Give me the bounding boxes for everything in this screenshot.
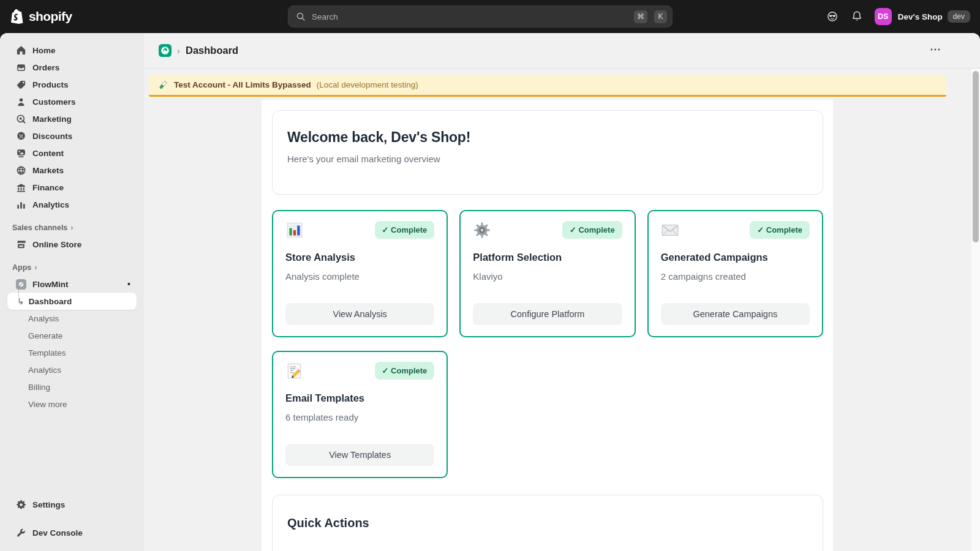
subnav-label: Templates xyxy=(28,348,66,358)
elbow-arrow-icon: ↳ xyxy=(17,296,24,306)
sidebar-item-products[interactable]: Products xyxy=(0,76,144,93)
sidebar-item-content[interactable]: Content xyxy=(0,144,144,162)
subnav-label: Analytics xyxy=(28,365,61,375)
banner-note: (Local development testing) xyxy=(317,80,418,89)
status-card-generated-campaigns: ✓ Complete Generated Campaigns 2 campaig… xyxy=(647,210,823,337)
configure-platform-button[interactable]: Configure Platform xyxy=(473,303,622,325)
scrollbar-track[interactable] xyxy=(971,69,980,551)
bar-chart-icon xyxy=(16,200,26,210)
sidebar-item-markets[interactable]: Markets xyxy=(0,162,144,179)
status-card-store-analysis: ✓ Complete Store Analysis Analysis compl… xyxy=(272,210,448,337)
shop-avatar: DS xyxy=(875,8,892,25)
ellipsis-icon xyxy=(930,44,941,55)
subnav-item-analysis[interactable]: Analysis xyxy=(7,310,137,327)
view-analysis-button[interactable]: View Analysis xyxy=(285,303,434,325)
admin-identity-button[interactable] xyxy=(822,7,843,26)
discount-badge-icon xyxy=(16,131,26,141)
generate-campaigns-button[interactable]: Generate Campaigns xyxy=(661,303,810,325)
image-icon xyxy=(16,148,26,159)
sales-channels-header[interactable]: Sales channels › xyxy=(0,223,144,232)
incognito-icon xyxy=(826,10,839,23)
status-card-email-templates: ✓ Complete Email Templates 6 templates r… xyxy=(272,351,448,478)
tag-icon xyxy=(16,80,26,90)
subnav-item-templates[interactable]: Templates xyxy=(7,344,137,361)
test-account-banner: Test Account - All Limits Bypassed (Loca… xyxy=(149,75,946,97)
sidebar-item-label: Customers xyxy=(32,97,76,107)
gear-icon xyxy=(16,500,26,510)
sidebar-item-label: Marketing xyxy=(32,114,72,124)
quick-actions-title: Quick Actions xyxy=(287,516,808,530)
subnav-label: Billing xyxy=(28,383,50,392)
memo-emoji-icon xyxy=(285,362,304,383)
chevron-right-icon: › xyxy=(34,263,37,272)
sidebar-item-settings[interactable]: Settings xyxy=(0,496,144,513)
status-cards-grid: ✓ Complete Store Analysis Analysis compl… xyxy=(272,210,823,478)
flowmint-app-icon xyxy=(16,279,26,290)
sidebar-item-label: Discounts xyxy=(32,132,72,141)
global-search[interactable]: ⌘ K xyxy=(288,6,673,28)
dev-badge: dev xyxy=(948,10,970,23)
sidebar-item-orders[interactable]: Orders xyxy=(0,59,144,76)
notifications-button[interactable] xyxy=(846,7,867,26)
sidebar-item-label: FlowMint xyxy=(32,280,68,289)
sidebar-item-online-store[interactable]: Online Store xyxy=(0,236,144,253)
sidebar-item-dev-console[interactable]: Dev Console xyxy=(0,524,144,541)
card-subtitle: Analysis complete xyxy=(285,271,434,282)
orders-icon xyxy=(16,62,26,73)
chevron-right-icon: › xyxy=(70,223,73,232)
breadcrumb-separator: › xyxy=(177,45,180,56)
app-shell: Home Orders Products Customers Marketing… xyxy=(0,33,980,551)
shop-name: Dev's Shop xyxy=(898,12,943,21)
subnav-label: Generate xyxy=(28,331,62,340)
sidebar-item-marketing[interactable]: Marketing xyxy=(0,110,144,127)
app-iframe-area: Welcome back, Dev's Shop! Here's your em… xyxy=(262,100,833,551)
welcome-subtitle: Here's your email marketing overview xyxy=(287,154,808,164)
search-icon xyxy=(296,12,306,21)
apps-header[interactable]: Apps › xyxy=(0,263,144,272)
subnav-item-view-more[interactable]: View more xyxy=(7,395,137,413)
subnav-item-analytics[interactable]: Analytics xyxy=(7,361,137,378)
bell-icon xyxy=(851,10,863,23)
sidebar-item-label: Products xyxy=(32,80,69,89)
cmd-key-badge: ⌘ xyxy=(634,10,647,23)
k-key-badge: K xyxy=(654,10,667,23)
card-subtitle: 6 templates ready xyxy=(285,412,434,422)
more-actions-button[interactable] xyxy=(926,40,944,61)
sidebar-item-customers[interactable]: Customers xyxy=(0,93,144,110)
sidebar-item-discounts[interactable]: Discounts xyxy=(0,127,144,144)
sidebar-item-flowmint[interactable]: FlowMint • xyxy=(0,276,144,293)
status-badge: ✓ Complete xyxy=(375,221,435,239)
sidebar-item-label: Analytics xyxy=(32,200,69,209)
welcome-card: Welcome back, Dev's Shop! Here's your em… xyxy=(272,110,823,195)
shopify-logo[interactable]: shopify xyxy=(0,9,147,25)
sidebar-item-analytics[interactable]: Analytics xyxy=(0,196,144,213)
welcome-title: Welcome back, Dev's Shop! xyxy=(287,129,808,146)
sidebar-item-home[interactable]: Home xyxy=(0,42,144,59)
subnav-item-billing[interactable]: Billing xyxy=(7,378,137,395)
status-badge: ✓ Complete xyxy=(562,221,622,239)
view-templates-button[interactable]: View Templates xyxy=(285,444,434,466)
sidebar-item-finance[interactable]: Finance xyxy=(0,179,144,196)
shop-switcher[interactable]: DS Dev's Shop dev xyxy=(875,8,970,25)
quick-actions-card: Quick Actions xyxy=(272,495,823,551)
card-subtitle: Klaviyo xyxy=(473,271,622,282)
sidebar-item-label: Orders xyxy=(32,63,59,72)
sidebar-item-label: Content xyxy=(32,149,64,158)
status-badge: ✓ Complete xyxy=(375,362,435,380)
sidebar-item-label: Home xyxy=(32,46,56,55)
search-input[interactable] xyxy=(311,12,627,22)
sidebar: Home Orders Products Customers Marketing… xyxy=(0,33,144,551)
subnav-label: Dashboard xyxy=(29,297,72,306)
gear-emoji-icon xyxy=(473,221,491,242)
subnav-label: Analysis xyxy=(28,314,59,323)
bar-chart-emoji-icon xyxy=(285,221,304,242)
notification-dot: • xyxy=(127,279,137,289)
scrollbar-thumb[interactable] xyxy=(973,71,979,242)
topbar: shopify ⌘ K xyxy=(0,0,980,33)
subnav-item-generate[interactable]: Generate xyxy=(7,327,137,344)
home-icon xyxy=(16,45,26,56)
globe-icon xyxy=(16,165,26,176)
flowmint-breadcrumb-icon[interactable] xyxy=(159,44,172,57)
subnav-item-dashboard[interactable]: ↳ Dashboard xyxy=(7,293,137,310)
shopify-bag-icon xyxy=(10,9,24,25)
